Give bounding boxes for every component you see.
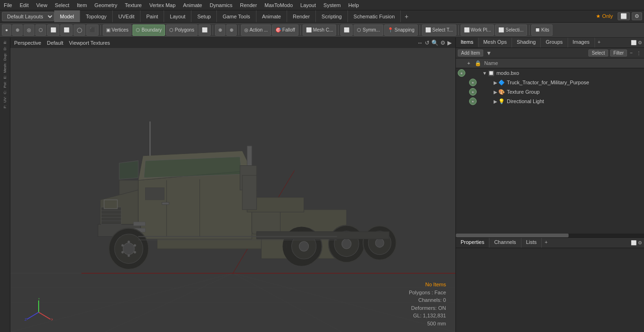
viewport-icon-play[interactable]: ▶ (447, 40, 452, 46)
sidebar-label-uv[interactable]: UV: (3, 96, 7, 104)
layout-tab-schematic[interactable]: Schematic Fusion (348, 10, 401, 22)
tab-groups[interactable]: Groups (541, 38, 568, 48)
menu-vertex-map[interactable]: Vertex Map (146, 1, 180, 9)
layout-tab-gametools[interactable]: Game Tools (217, 10, 256, 22)
sidebar-label-c[interactable]: C: (3, 89, 7, 95)
select-btn[interactable]: Select (588, 49, 608, 57)
layout-tab-paint[interactable]: Paint (140, 10, 164, 22)
sidebar-label-mesh[interactable]: Mesh: (3, 62, 7, 74)
menu-item[interactable]: Item (73, 1, 91, 9)
menu-layout[interactable]: Layout (297, 1, 320, 9)
panel-expand[interactable]: ⬜ (631, 40, 636, 45)
eye-texture[interactable]: ● (469, 88, 477, 96)
viewport-icon-settings[interactable]: ⚙ (440, 40, 446, 46)
tool-mode7[interactable]: ◯ (74, 24, 85, 36)
sidebar-label-d[interactable]: D: (3, 46, 7, 51)
tool-select-mode3[interactable]: ◎ (24, 24, 34, 36)
sidebar-label-b[interactable]: B: (3, 40, 7, 45)
menu-texture[interactable]: Texture (121, 1, 146, 9)
viewport-icon-move[interactable]: ↔ (417, 40, 423, 46)
menu-system[interactable]: System (320, 1, 345, 9)
layout-tab-scripting[interactable]: Scripting (316, 10, 348, 22)
add-item-btn[interactable]: Add Item (458, 49, 483, 57)
eye-truck[interactable]: ● (469, 79, 477, 86)
menu-render[interactable]: Render (236, 1, 261, 9)
tab-add-icon[interactable]: + (595, 38, 603, 48)
props-settings[interactable]: ⚙ (638, 240, 642, 245)
item-row-modo-bxo[interactable]: ● ▼ 🔲 modo.bxo (456, 68, 644, 78)
tool-mode8[interactable]: ⬛ (86, 24, 99, 36)
item-row-texture[interactable]: ● ▶ 🎨 Texture Group (456, 87, 644, 97)
eye-modo-bxo[interactable]: ● (458, 69, 465, 77)
filter-btn[interactable]: Filter (610, 49, 627, 57)
tool-falloff[interactable]: 🎯 Falloff (272, 24, 298, 36)
items-dots[interactable]: ⋮ (636, 50, 642, 56)
tab-lists[interactable]: Lists (521, 238, 542, 248)
viewport-perspective[interactable]: Perspective (14, 40, 41, 46)
expand-arrow-light[interactable]: ▶ (494, 99, 497, 104)
viewport-default[interactable]: Default (47, 40, 63, 46)
tool-boundary[interactable]: ⬡ Boundary (132, 24, 165, 36)
viewport-textures[interactable]: Viewport Textures (69, 40, 110, 46)
sidebar-label-f[interactable]: F: (3, 104, 7, 109)
props-tab-add[interactable]: + (542, 238, 550, 248)
layout-tab-model[interactable]: Model (54, 10, 80, 22)
tool-kits[interactable]: 🔲 Kits (531, 24, 553, 36)
menu-maxtomodo[interactable]: MaxToModo (261, 1, 297, 9)
menu-dynamics[interactable]: Dynamics (206, 1, 236, 9)
tool-mode5[interactable]: ⬜ (47, 24, 59, 36)
layout-tab-render[interactable]: Render (287, 10, 316, 22)
viewport-canvas[interactable]: No Items Polygons : Face Channels: 0 Def… (10, 48, 455, 332)
tool-select-mode[interactable]: ● (2, 24, 11, 36)
tool-action[interactable]: ◎ Action ... (241, 24, 271, 36)
layout-tab-add[interactable]: + (401, 11, 412, 22)
layout-tab-layout[interactable]: Layout (164, 10, 191, 22)
tool-snapping[interactable]: 📍 Snapping (384, 24, 418, 36)
menu-view[interactable]: View (33, 1, 51, 9)
menu-select[interactable]: Select (51, 1, 73, 9)
layout-tab-topology[interactable]: Topology (80, 10, 113, 22)
tool-mode6[interactable]: ⬜ (60, 24, 73, 36)
tool-polygons[interactable]: ⬡ Polygons (166, 24, 198, 36)
items-minus[interactable]: − (629, 50, 634, 56)
tool-add[interactable]: ⊕ (215, 24, 225, 36)
sidebar-label-e[interactable]: E: (3, 74, 7, 80)
tool-select-mode2[interactable]: ⊕ (12, 24, 23, 36)
tool-work-pl[interactable]: ⬜ Work Pl... (461, 24, 495, 36)
add-item-arrow[interactable]: ▼ (485, 50, 493, 57)
viewport[interactable]: Perspective Default Viewport Textures ↔ … (10, 38, 455, 332)
layout-dropdown[interactable]: Default Layouts (2, 12, 54, 21)
tool-mode4[interactable]: ⬡ (35, 24, 46, 36)
panel-settings[interactable]: ⚙ (638, 40, 642, 45)
tool-select-t[interactable]: ⬜ Select T... (422, 24, 456, 36)
items-scrollbar-thumb[interactable] (456, 234, 569, 237)
item-name-texture[interactable]: Texture Group (507, 89, 642, 95)
menu-animate[interactable]: Animate (179, 1, 206, 9)
tool-mesh-c[interactable]: ⬜ Mesh C... (303, 24, 337, 36)
item-row-truck[interactable]: ● ▶ 🔷 Truck_Tractor_for_Military_Purpose (456, 78, 644, 87)
tab-mesh-ops[interactable]: Mesh Ops (479, 38, 512, 48)
layout-maximize[interactable]: ⬜ (618, 12, 630, 20)
items-list[interactable]: ● ▼ 🔲 modo.bxo ● ▶ 🔷 Truck_Tractor_for_M… (456, 68, 644, 234)
menu-edit[interactable]: Edit (16, 1, 33, 9)
viewport-icon-rotate[interactable]: ↺ (425, 40, 429, 46)
tool-add2[interactable]: ⊕ (226, 24, 237, 36)
items-scrollbar[interactable] (456, 234, 644, 237)
sidebar-label-dup[interactable]: Dup: (3, 52, 7, 62)
tool-mode10[interactable]: ⬜ (340, 24, 353, 36)
item-row-light[interactable]: ● ▶ 💡 Directional Light (456, 97, 644, 106)
props-expand[interactable]: ⬜ (631, 240, 636, 245)
menu-help[interactable]: Help (345, 1, 363, 9)
tool-vertices[interactable]: ▣ Vertices (103, 24, 132, 36)
item-name-modo-bxo[interactable]: modo.bxo (496, 70, 642, 76)
item-name-truck[interactable]: Truck_Tractor_for_Military_Purpose (507, 80, 642, 85)
tool-selecti[interactable]: ⬜ Selecti... (495, 24, 527, 36)
tool-mode9[interactable]: ⬜ (198, 24, 211, 36)
layout-tab-setup[interactable]: Setup (191, 10, 217, 22)
tab-channels[interactable]: Channels (489, 238, 521, 248)
viewport-icon-zoom[interactable]: 🔍 (431, 40, 438, 46)
expand-arrow-modo[interactable]: ▼ (482, 71, 487, 76)
item-name-light[interactable]: Directional Light (507, 98, 642, 104)
tab-items[interactable]: Items (456, 38, 479, 48)
expand-arrow-truck[interactable]: ▶ (494, 80, 497, 85)
